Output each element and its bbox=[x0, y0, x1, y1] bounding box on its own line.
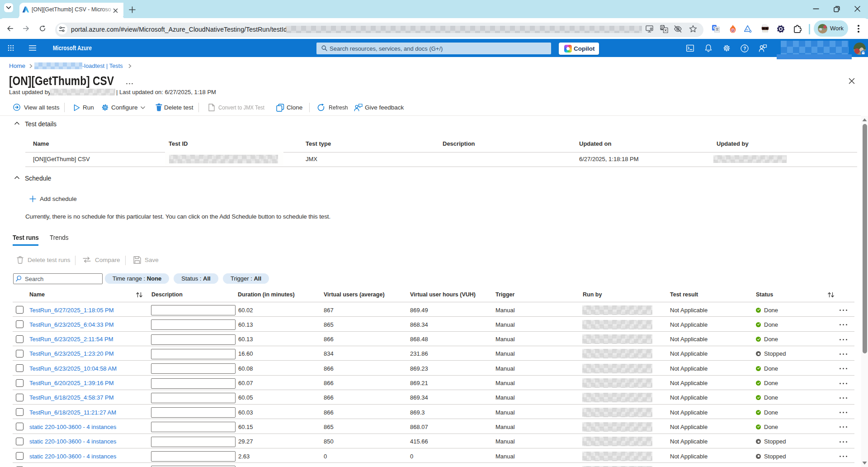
svg-text:ax: ax bbox=[746, 28, 749, 31]
svg-text:?: ? bbox=[743, 46, 746, 51]
